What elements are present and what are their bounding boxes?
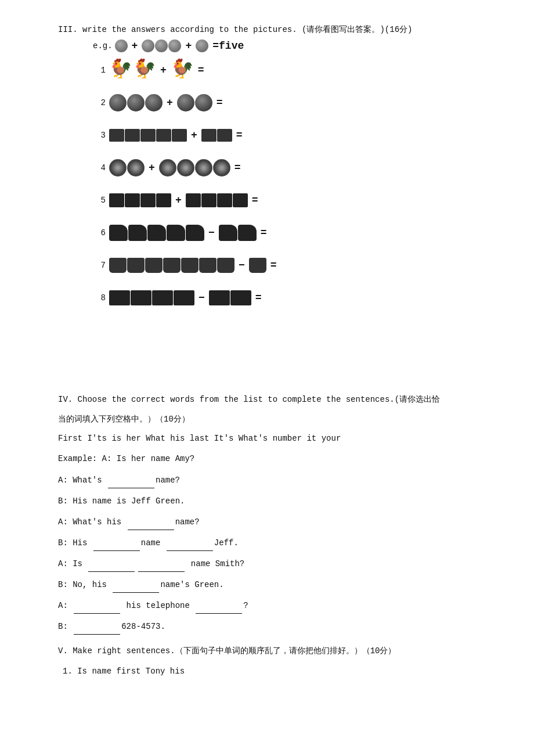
rect-2	[131, 290, 151, 305]
example-icons-left	[115, 39, 128, 52]
cube-5	[186, 193, 201, 207]
eg-icon-2	[142, 39, 154, 52]
row-5-right-icons	[186, 193, 248, 207]
row-8-right-icons	[209, 290, 251, 305]
cube-4	[156, 193, 171, 207]
row-5-number: 5	[93, 196, 106, 205]
sentence-1-text: Is name first Tony his	[77, 667, 185, 676]
row-3-left-icons	[109, 129, 187, 142]
wordlist: First I'ts is her What his last It's Wha…	[58, 431, 499, 446]
ball-3	[145, 94, 163, 111]
rect-5	[209, 290, 230, 305]
qa-5: A: Is name Smith?	[58, 556, 499, 572]
example-label: e.g.	[93, 41, 113, 51]
example-icons-mid	[142, 39, 181, 52]
blank-4	[167, 550, 213, 551]
qa-4-mid: name	[141, 538, 165, 548]
blank-6	[138, 571, 185, 572]
rect-1	[109, 290, 130, 305]
row-4-left-icons	[109, 159, 145, 177]
box-1	[109, 129, 124, 142]
dotball-1	[109, 159, 127, 177]
box-7	[217, 129, 232, 142]
qa-1-label: A: What's	[58, 476, 107, 485]
ball-4	[177, 94, 194, 111]
qa-3-label: A: What's his	[58, 517, 127, 527]
croc-5	[186, 225, 204, 241]
row-2-right-icons	[177, 94, 212, 111]
row-5-left-icons	[109, 193, 171, 207]
row-2-content: + =	[109, 94, 499, 111]
row-3-right-icons	[201, 129, 232, 142]
row-4-right-icons	[159, 159, 230, 177]
qa-7-label: A:	[58, 601, 73, 610]
row-2-number: 2	[93, 98, 106, 107]
basket-6	[199, 258, 217, 273]
cube-2	[125, 193, 140, 207]
row-6-number: 6	[93, 228, 106, 237]
qa-4-tail: Jeff.	[214, 538, 239, 548]
cube-3	[140, 193, 156, 207]
qa-5-label: A: Is	[58, 559, 87, 568]
eg-icon-5	[196, 39, 208, 52]
dotball-3	[159, 159, 176, 177]
section-v: V. Make right sentences.（下面句子中单词的顺序乱了，请你…	[58, 644, 499, 679]
row-1: 1 🐓 🐓 + 🐓 =	[93, 57, 499, 84]
croc-1	[109, 225, 128, 241]
row-1-content: 🐓 🐓 + 🐓 =	[109, 61, 499, 80]
ball-5	[195, 94, 212, 111]
box-4	[156, 129, 171, 142]
row-1-number: 1	[93, 66, 106, 75]
row-3: 3 + =	[93, 122, 499, 149]
row-3-content: + =	[109, 129, 499, 142]
eg-icon-4	[168, 39, 181, 52]
ball-2	[127, 94, 145, 111]
rect-6	[230, 290, 251, 305]
row-4-content: + =	[109, 159, 499, 177]
eg-icon-1	[115, 39, 128, 52]
qa-7: A: his telephone ?	[58, 597, 499, 614]
box-3	[140, 129, 156, 142]
section-iv-header1: IV. Choose the correct words from the li…	[58, 393, 499, 407]
blank-5	[88, 571, 135, 572]
basket-5	[181, 258, 199, 273]
basket-3	[145, 258, 163, 273]
cube-8	[233, 193, 248, 207]
section-v-header: V. Make right sentences.（下面句子中单词的顺序乱了，请你…	[58, 644, 499, 658]
qa-1-tail: name?	[156, 476, 180, 485]
qa-5-tail: name Smith?	[186, 559, 244, 568]
row-2-left-icons	[109, 94, 163, 111]
eg-icon-3	[155, 39, 168, 52]
croc-4	[167, 225, 185, 241]
section-iv-header2: 当的词填入下列空格中。）（10分）	[58, 412, 499, 427]
blank-8	[74, 613, 120, 614]
croc-7	[238, 225, 257, 241]
blank-1	[108, 488, 154, 488]
blank-7	[113, 592, 159, 593]
row-5-content: + =	[109, 193, 499, 207]
croc-3	[147, 225, 166, 241]
row-1-right-icons: 🐓	[171, 61, 194, 80]
qa-6-tail: name's Green.	[160, 580, 223, 589]
row-6-content: − =	[109, 225, 499, 241]
row-2: 2 + =	[93, 89, 499, 116]
row-7: 7 − =	[93, 252, 499, 279]
row-1-left-icons: 🐓 🐓	[109, 61, 156, 80]
dotball-4	[177, 159, 194, 177]
qa-1: A: What's name?	[58, 472, 499, 488]
qa-6: B: No, his name's Green.	[58, 577, 499, 593]
cube-1	[109, 193, 124, 207]
dotball-6	[213, 159, 230, 177]
qa-3: A: What's his name?	[58, 514, 499, 530]
example-icons-right	[196, 39, 208, 52]
sentence-1: 1. Is name first Tony his	[63, 663, 499, 679]
row-6: 6 − =	[93, 219, 499, 246]
qa-7-mid: his telephone	[121, 601, 194, 610]
example-row: e.g. + + =five	[93, 39, 499, 52]
rooster-2: 🐓	[133, 61, 156, 80]
qa-4: B: His name Jeff.	[58, 535, 499, 551]
blank-9	[196, 613, 242, 614]
qa-8: B: 628-4573.	[58, 618, 499, 635]
row-7-left-icons	[109, 258, 234, 273]
exercise-rows: 1 🐓 🐓 + 🐓 = 2	[93, 57, 499, 311]
